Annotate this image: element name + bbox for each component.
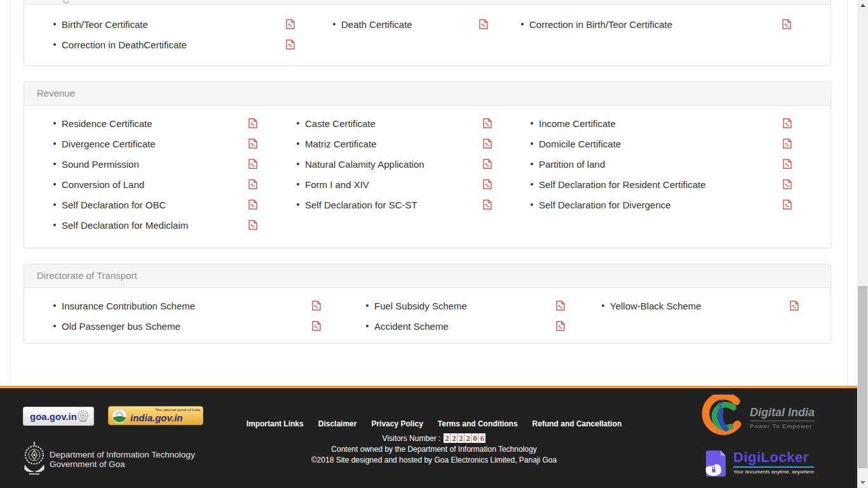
footer-link[interactable]: Privacy Policy [371,419,423,428]
service-item: Conversion of Land [37,174,280,194]
pdf-download-link[interactable] [248,139,257,149]
bullet-dot-icon [53,43,56,46]
service-item: Old Passenger bus Scheme [37,316,349,336]
pdf-download-link[interactable] [483,200,492,210]
service-link[interactable]: Matriz Certificate [305,139,377,149]
pdf-download-link[interactable] [783,159,792,169]
service-link[interactable]: Old Passenger bus Scheme [62,321,180,332]
pdf-download-link[interactable] [556,321,565,331]
service-link[interactable]: Birth/Teor Certificate [62,19,148,30]
service-link[interactable]: Self Declaration for SC-ST [305,200,417,210]
panel-transport: Directorate of Transport Insurance Contr… [24,264,831,344]
visitor-counter: 222206 [444,433,485,443]
pdf-download-link[interactable] [483,139,492,149]
pdf-download-link[interactable] [483,118,492,128]
service-link[interactable]: Sound Permission [62,159,139,170]
service-item: Residence Certificate [37,113,280,133]
service-link[interactable]: Caste Certificate [305,118,376,129]
file-pdf-icon [286,39,295,50]
service-link[interactable]: Death Certificate [341,19,412,30]
bullet-dot-icon [297,203,299,206]
bullet-dot-icon [366,304,369,307]
file-pdf-icon [556,321,565,331]
service-link[interactable]: Insurance Contribution Scheme [62,301,195,311]
counter-digit: 2 [444,433,451,443]
scroll-down-button[interactable] [857,477,868,488]
pdf-download-link[interactable] [790,301,799,311]
pdf-download-link[interactable] [783,200,792,210]
service-item: Self Declaration for Divergence [514,194,818,215]
pdf-download-link[interactable] [782,19,791,29]
service-link[interactable]: Natural Calamity Application [305,159,424,170]
content-owner-line: Content owned by the Department of Infor… [237,445,631,454]
file-pdf-icon [479,19,488,29]
department-line1: Department of Information Technology [50,450,195,459]
bullet-dot-icon [53,203,56,206]
footer-link[interactable]: Important Links [247,419,304,428]
pdf-download-link[interactable] [479,19,488,29]
pdf-download-link[interactable] [483,159,492,169]
service-link[interactable]: Conversion of Land [62,179,144,190]
service-link[interactable]: Form I and XIV [305,179,369,190]
footer-link[interactable]: Refund and Cancellation [532,419,622,428]
bullet-dot-icon [53,163,56,165]
bullet-dot-icon [531,183,533,186]
file-pdf-icon [483,200,492,210]
pdf-download-link[interactable] [556,301,565,311]
file-pdf-icon [312,321,321,331]
file-pdf-icon [248,139,257,149]
pdf-download-link[interactable] [248,118,257,128]
service-link[interactable]: Residence Certificate [62,118,153,129]
pdf-download-link[interactable] [783,118,792,128]
india-gov-in-badge[interactable]: The national portal of India india.gov.i… [108,406,203,425]
bullet-dot-icon [53,183,56,186]
scrollbar-thumb[interactable] [858,286,867,468]
pdf-download-link[interactable] [248,159,257,169]
pdf-download-link[interactable] [312,301,321,311]
scrollbar[interactable] [857,0,868,488]
digital-india-title: Digital India [750,406,815,421]
pdf-download-link[interactable] [312,321,321,331]
service-link[interactable]: Fuel Subsidy Scheme [374,301,467,311]
pdf-download-link[interactable] [286,39,295,50]
service-link[interactable]: Domicile Certificate [539,139,621,149]
footer-center: Important LinksDisclaimerPrivacy PolicyT… [237,419,631,464]
digilocker-logo[interactable]: DigiLocker Your documents anytime, anywh… [704,448,814,480]
services-grid: Residence CertificateCaste CertificateIn… [37,113,818,235]
service-link[interactable]: Accident Scheme [374,321,449,332]
service-link[interactable]: Self Declaration for Divergence [539,200,671,210]
bullet-dot-icon [521,23,524,25]
service-link[interactable]: Correction in DeathCertificate [62,39,187,50]
pdf-download-link[interactable] [248,179,257,189]
footer-link[interactable]: Terms and Conditions [438,419,518,428]
service-item: Matriz Certificate [280,133,514,154]
bullet-dot-icon [297,142,299,145]
service-link[interactable]: Correction in Birth/Teor Certificate [529,19,672,30]
service-link[interactable]: Self Declaration for Resident Certificat… [539,179,706,190]
goa-gov-in-badge[interactable]: goa.gov.in [23,407,94,426]
pdf-download-link[interactable] [783,139,792,149]
service-link[interactable]: Self Declaration for Mediclaim [62,220,188,231]
service-link[interactable]: Income Certificate [539,118,616,129]
service-link[interactable]: Self Declaration for OBC [62,200,166,210]
services-grid: Insurance Contribution SchemeFuel Subsid… [37,295,818,336]
digital-india-logo[interactable]: Digital India Power To Empower [701,395,815,440]
pdf-download-link[interactable] [483,179,492,189]
service-link[interactable]: Partition of land [539,159,605,170]
file-pdf-icon [556,301,565,311]
pdf-download-link[interactable] [783,179,792,189]
footer: goa.gov.in The national portal of India … [0,386,868,488]
service-item: Self Declaration for OBC [37,194,280,215]
file-pdf-icon [783,139,792,149]
bullet-dot-icon [366,325,369,327]
panel-title: Directorate of Transport [37,270,137,281]
counter-digit: 2 [451,433,458,443]
pdf-download-link[interactable] [248,200,257,210]
scroll-up-button[interactable] [857,0,868,11]
file-pdf-icon [483,139,492,149]
service-link[interactable]: Divergence Certificate [62,139,156,149]
pdf-download-link[interactable] [248,220,257,230]
pdf-download-link[interactable] [286,19,295,29]
service-link[interactable]: Yellow-Black Scheme [610,301,702,311]
footer-link[interactable]: Disclaimer [318,419,357,428]
